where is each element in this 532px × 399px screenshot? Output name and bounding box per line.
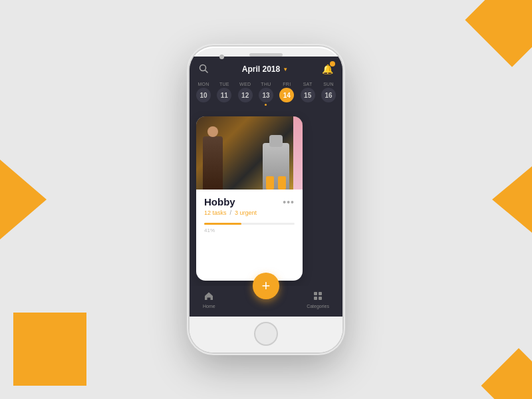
cal-day-number: 13 [259, 88, 273, 102]
hobby-task-card[interactable]: Hobby ••• 12 tasks / 3 urgent 41% [196, 116, 303, 281]
calendar-day-13[interactable]: THU13 [259, 82, 273, 106]
search-icon[interactable] [199, 64, 208, 75]
progress-bar-fill [204, 223, 241, 225]
cal-day-number: 10 [196, 88, 211, 102]
cal-day-number: 12 [238, 88, 253, 102]
robot-knee-left [266, 176, 274, 190]
cal-day-name: WED [239, 82, 251, 86]
progress-bar-track [204, 223, 295, 225]
geo-decoration-bottom-left [13, 313, 86, 386]
geo-decoration-top-right [452, 0, 532, 80]
robot-figure [263, 143, 289, 190]
card-title: Hobby [204, 196, 235, 207]
cal-day-name: MON [198, 82, 209, 86]
card-image [196, 116, 303, 190]
home-button[interactable] [254, 322, 278, 346]
svg-rect-3 [319, 292, 322, 295]
nav-categories-label: Categories [307, 304, 329, 309]
cal-day-dot [265, 104, 267, 106]
notifications-icon[interactable]: 🔔 [322, 63, 333, 75]
person-figure [203, 136, 223, 190]
bottom-nav: Home + Categories [190, 286, 342, 317]
svg-line-1 [205, 70, 208, 72]
cal-day-name: SAT [303, 82, 313, 86]
add-button[interactable]: + [253, 273, 279, 299]
svg-rect-2 [314, 292, 317, 295]
cal-day-name: FRI [283, 82, 291, 86]
progress-label: 41% [204, 227, 295, 233]
card-tasks-urgent: 3 urgent [235, 209, 257, 216]
nav-home-label: Home [203, 304, 215, 309]
main-content: Hobby ••• 12 tasks / 3 urgent 41% [190, 111, 342, 286]
month-selector[interactable]: April 2018 ▼ [242, 65, 288, 74]
phone-bottom-bar [190, 317, 342, 352]
cal-day-number: 16 [321, 88, 336, 102]
phone-top-bar [190, 47, 342, 57]
cal-day-name: SUN [323, 82, 334, 86]
card-body: Hobby ••• 12 tasks / 3 urgent 41% [196, 190, 303, 281]
app-header: April 2018 ▼ 🔔 [190, 57, 342, 79]
card-tasks-total: 12 tasks [204, 209, 227, 216]
phone-frame: April 2018 ▼ 🔔 MON10TUE11WED12THU13FRI14… [190, 47, 342, 352]
notification-badge [330, 61, 335, 66]
calendar-day-11[interactable]: TUE11 [217, 82, 231, 106]
calendar-day-14[interactable]: FRI14 [279, 82, 294, 106]
geo-decoration-right-arrow [492, 166, 532, 233]
card-meta: 12 tasks / 3 urgent [204, 209, 295, 216]
cal-day-number: 15 [301, 88, 315, 102]
calendar-day-10[interactable]: MON10 [196, 82, 211, 106]
card-title-row: Hobby ••• [204, 196, 295, 207]
month-label: April 2018 [242, 65, 280, 74]
svg-rect-4 [314, 297, 317, 300]
geo-decoration-left [0, 160, 47, 239]
nav-categories[interactable]: Categories [307, 291, 329, 309]
robot-knee-right [278, 176, 286, 190]
svg-rect-5 [319, 297, 322, 300]
categories-icon [313, 291, 323, 303]
cal-day-name: TUE [219, 82, 229, 86]
phone-camera [219, 55, 224, 59]
calendar-day-12[interactable]: WED12 [238, 82, 253, 106]
calendar-week-strip: MON10TUE11WED12THU13FRI14SAT15SUN16 [190, 79, 342, 111]
cal-day-number: 11 [217, 88, 231, 102]
home-icon [204, 291, 213, 303]
phone-screen: April 2018 ▼ 🔔 MON10TUE11WED12THU13FRI14… [190, 57, 342, 317]
card-image-edge [293, 116, 303, 190]
card-image-background [196, 116, 303, 190]
chevron-down-icon: ▼ [283, 66, 288, 72]
cal-day-number: 14 [279, 88, 294, 102]
plus-icon: + [262, 277, 271, 295]
nav-home[interactable]: Home [203, 291, 215, 309]
card-more-button[interactable]: ••• [283, 197, 295, 207]
geo-decoration-bottom-right [472, 339, 532, 399]
cal-day-name: THU [261, 82, 271, 86]
calendar-day-16[interactable]: SUN16 [321, 82, 336, 106]
phone-speaker [249, 53, 283, 57]
calendar-day-15[interactable]: SAT15 [301, 82, 315, 106]
